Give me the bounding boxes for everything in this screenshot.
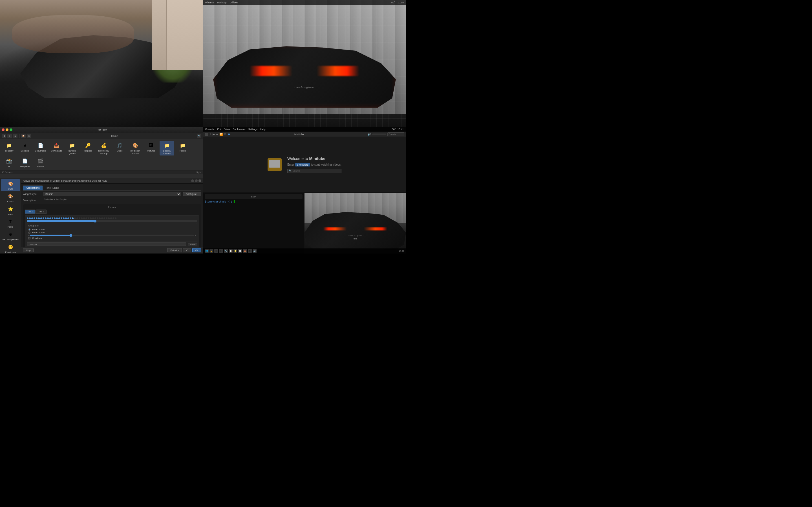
q4-taskbar-icon-2[interactable]: 🔒 xyxy=(209,249,213,253)
q3-fm-icon-Documents[interactable]: 📄 Documents xyxy=(33,141,48,156)
q4-minitube-shuffle-btn[interactable]: 🔀 xyxy=(219,133,223,136)
q3-tab-applications[interactable]: Applications xyxy=(23,185,43,190)
q4-minitube-next-btn[interactable]: ⏭ xyxy=(216,133,218,136)
q4-minitube-pause-btn[interactable]: ⏸ xyxy=(209,133,212,136)
q3-fm-grid-btn[interactable]: ⊞ xyxy=(27,134,31,138)
q4-terminal-bar: bash xyxy=(205,194,303,199)
q3-preview-radio2[interactable] xyxy=(28,231,31,234)
q3-configure-btn[interactable]: Configure... xyxy=(183,192,201,196)
q3-sidebar-fonts[interactable]: T Fonts xyxy=(1,217,20,229)
q4-taskbar-icon-4[interactable]: ✂ xyxy=(219,249,223,253)
q3-preview-radio1[interactable] xyxy=(28,228,31,231)
q3-fm-icon-Videos[interactable]: 🎬 Videos xyxy=(33,157,48,169)
q4-taskbar-icon-6[interactable]: 📋 xyxy=(229,249,233,253)
q2-menu-plasma[interactable]: Plasma xyxy=(205,1,214,4)
q3-defaults-btn[interactable]: Defaults xyxy=(167,248,182,252)
q4-taskbar-icon-10[interactable]: ⬆ xyxy=(248,249,252,253)
q4-minitube-search-input[interactable] xyxy=(388,132,404,136)
q3-fm-icon-Pictures[interactable]: 🖼 Pictures xyxy=(144,141,158,156)
q3-preview-radio1-label: Radio button xyxy=(32,228,45,231)
q3-fm-icon-Music[interactable]: 🎵 Music xyxy=(112,141,127,156)
q4-taskbar-icon-9[interactable]: 📤 xyxy=(243,249,247,253)
q4-menu-view[interactable]: View xyxy=(224,128,230,131)
q3-fm-icon-kmymoney-backup[interactable]: 💰 kmymoney backup xyxy=(96,141,111,156)
q4-taskbar-icon-1[interactable]: 🌐 xyxy=(205,249,209,253)
q3-dialog-close-btn[interactable] xyxy=(199,179,201,182)
q3-preview-tab1[interactable]: Tab 1 xyxy=(25,210,36,214)
q3-fm-icon-humble-games[interactable]: 📁 humble games xyxy=(65,141,80,156)
q4-taskbar-icon-7[interactable]: ⭐ xyxy=(234,249,238,253)
q3-preview-nested-slider[interactable] xyxy=(30,235,194,236)
q3-preview-slider[interactable] xyxy=(27,220,197,222)
q3-fm-icon-plasma-themes[interactable]: 📁 plasma themes xyxy=(160,141,174,156)
q3-dot-38 xyxy=(112,217,114,219)
q3-sidebar-icons[interactable]: ⭐ Icons xyxy=(1,205,20,217)
q4-minitube-content: Welcome to Minitube. Enter a keyword to … xyxy=(203,137,406,192)
q3-fm-icon-Public[interactable]: 📁 Public xyxy=(175,141,190,156)
q3-fm-up-btn[interactable]: ▲ xyxy=(13,134,17,138)
q4-minitube-search-bar[interactable]: 🔍 Search xyxy=(287,169,342,173)
q3-preview-checkbox[interactable] xyxy=(28,237,31,239)
q3-sidebar-gtk-configuration[interactable]: ⚙ Gtk Configuration xyxy=(1,230,20,242)
q3-fm-icon-Templates[interactable]: 📄 Templates xyxy=(17,157,32,169)
q3-min-btn[interactable] xyxy=(6,128,8,131)
q3-dot-25 xyxy=(83,217,85,219)
q3-sidebar-colors[interactable]: 🎨 Colors xyxy=(1,192,20,204)
q3-fm-home-btn[interactable]: 🏠 xyxy=(21,134,26,138)
q3-fm-back-btn[interactable]: ◀ xyxy=(2,134,6,138)
q3-fm-search-btn[interactable]: 🔍 xyxy=(197,134,201,138)
q4-menu-konsole[interactable]: Konsole xyxy=(205,128,214,131)
q3-help-btn[interactable]: Help xyxy=(23,248,34,252)
q3-sidebar-label-5: Emoticons xyxy=(5,251,15,253)
q3-footer-right-btns: Defaults ✓ Ok xyxy=(167,248,201,252)
q3-fm-icon-ss[interactable]: 📸 ss xyxy=(2,157,16,169)
q3-fm-icon-Desktop[interactable]: 🖥 Desktop xyxy=(17,141,32,156)
q4-menu-edit[interactable]: Edit xyxy=(217,128,222,131)
q3-dialog-min-btn[interactable] xyxy=(191,179,194,182)
q3-close-btn[interactable] xyxy=(2,128,4,131)
q3-dot-21 xyxy=(74,217,76,219)
q4-minitube-search-icon: 🔍 xyxy=(289,170,292,172)
q3-widget-style-select[interactable]: Bespin xyxy=(43,192,181,196)
q3-max-btn[interactable] xyxy=(10,128,12,131)
q3-preview-tab2[interactable]: Tab 2 xyxy=(36,210,47,214)
q3-sidebar-label-2: Icons xyxy=(8,213,13,216)
q3-fm-icon-img: 📁 xyxy=(68,142,76,149)
q4-minitube-play-btn[interactable]: ▶ xyxy=(213,133,215,136)
q3-fm-icon-img: 🖼 xyxy=(147,142,155,149)
q4-menu-bookmarks[interactable]: Bookmarks xyxy=(233,128,245,131)
q4-minitube-title-text: Minitube xyxy=(294,133,304,136)
q4-minitube-filter-btn[interactable]: ▼ xyxy=(223,133,226,136)
q3-sidebar-style[interactable]: 🎨 Style xyxy=(1,179,20,191)
q4-menu-help[interactable]: Help xyxy=(260,128,266,131)
q3-description-row: Description: Strike back the Empire xyxy=(23,198,201,203)
q3-fm-icon-my-bespn-themes[interactable]: 🎨 my bespn themes xyxy=(128,141,143,156)
q3-preview-combo-box[interactable]: Combobox xyxy=(27,242,186,246)
q3-apply-btn[interactable]: ✓ xyxy=(183,248,191,252)
q4-taskbar-icon-11[interactable]: 🔊 xyxy=(253,249,257,253)
q3-preview-button[interactable]: Button xyxy=(188,243,197,246)
q3-preview-radio2-row: Radio button xyxy=(28,231,196,234)
q4-taskbar-icon-8[interactable]: 🔲 xyxy=(238,249,242,253)
q3-fm-icon-cloudcity[interactable]: 📁 cloudcity xyxy=(2,141,16,156)
q3-tab-finetuning[interactable]: Fine Tuning xyxy=(43,185,62,190)
q4-minitube-stop-btn[interactable]: ⬛ xyxy=(205,133,208,136)
q3-ok-btn[interactable]: Ok xyxy=(192,248,201,252)
q3-fm-icon-keypass[interactable]: 🔑 keypass xyxy=(81,141,95,156)
q3-sidebar-label-3: Fonts xyxy=(8,226,13,228)
q4-taskbar-app-icons: 🌐 🔒 ✏ ✂ 🔧 📋 ⭐ 🔲 📤 ⬆ 🔊 xyxy=(205,249,257,253)
q4-minitube-vol-icon[interactable]: 🔊 xyxy=(368,133,371,136)
q3-dot-29 xyxy=(92,217,94,219)
q4-taskbar-icon-5[interactable]: 🔧 xyxy=(224,249,228,253)
q4-minitube-vol-slider[interactable] xyxy=(372,133,386,135)
q4-taskbar-icon-3[interactable]: ✏ xyxy=(214,249,218,253)
q3-fm-icon-Downloads[interactable]: 📥 Downloads xyxy=(49,141,64,156)
q4-menu-settings[interactable]: Settings xyxy=(248,128,257,131)
q2-menu-utilities[interactable]: Utilities xyxy=(230,1,238,4)
q3-dot-15 xyxy=(61,217,62,219)
q2-menu-desktop[interactable]: Desktop xyxy=(217,1,226,4)
q3-fm-forward-btn[interactable]: ▶ xyxy=(7,134,12,138)
q3-dialog-max-btn[interactable] xyxy=(195,179,198,182)
q3-fm-icon-label: kmymoney backup xyxy=(97,150,110,155)
q3-sidebar-emoticons[interactable]: 😊 Emoticons xyxy=(1,242,20,253)
